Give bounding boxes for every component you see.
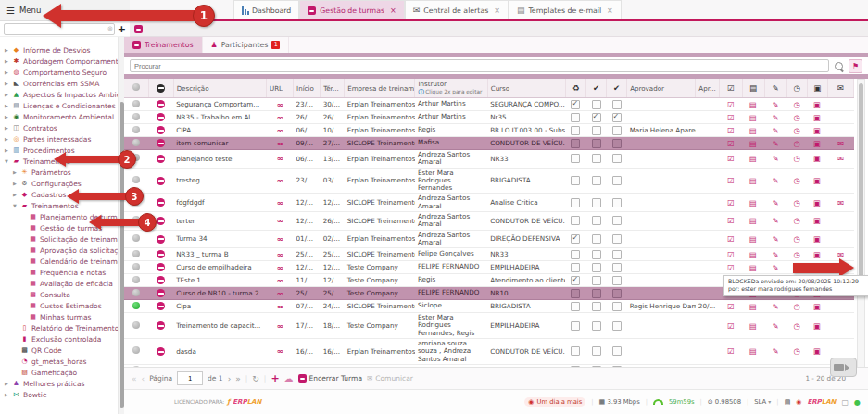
sidebar-item-contratos[interactable]: ▶◫Contratos xyxy=(0,122,118,133)
camera-recorder-icon[interactable] xyxy=(830,358,857,377)
table-row[interactable]: Segurança Comportam...∞23/...30/...Erpla… xyxy=(124,98,854,111)
no-entry-icon[interactable] xyxy=(157,263,165,271)
history-icon[interactable]: ◷ xyxy=(794,176,800,185)
col-apr[interactable]: Apr... xyxy=(696,79,720,98)
checkbox[interactable] xyxy=(612,113,622,122)
checkbox[interactable] xyxy=(571,126,580,135)
history-icon[interactable]: ◷ xyxy=(794,198,800,207)
table-row[interactable]: item comunicar∞09/...27/...SICLOPE Trein… xyxy=(124,137,854,150)
copy-icon[interactable]: ▣ xyxy=(813,154,821,163)
checkbox[interactable] xyxy=(612,154,622,163)
checkbox[interactable] xyxy=(592,176,601,185)
checkbox[interactable] xyxy=(571,234,580,244)
checkbox[interactable] xyxy=(571,276,580,285)
col-mail[interactable]: ✉ xyxy=(827,79,853,98)
search-icon[interactable] xyxy=(835,62,843,70)
link-icon[interactable]: ∞ xyxy=(276,176,283,185)
sidebar-item-gt-metas-horas[interactable]: ◔gt_metas_horas xyxy=(0,356,118,367)
link-icon[interactable]: ∞ xyxy=(276,250,283,259)
no-entry-icon[interactable] xyxy=(157,276,165,284)
col-url[interactable]: URL xyxy=(266,79,293,98)
sidebar-item-aprovacao-da-solicitacao[interactable]: ▦Aprovação da solicitação xyxy=(0,245,118,256)
checkbox[interactable] xyxy=(592,216,601,225)
no-entry-icon[interactable] xyxy=(157,177,165,185)
attachment-icon[interactable]: ✎ xyxy=(773,346,779,356)
copy-icon[interactable]: ▣ xyxy=(813,234,821,244)
subtab-participantes[interactable]: ♟Participantes1 xyxy=(203,37,290,53)
history-icon[interactable]: ◷ xyxy=(794,113,800,122)
tab-templates-de-e-mail[interactable]: ▤Templates de e-mail× xyxy=(509,0,622,19)
attachment-icon[interactable]: ✎ xyxy=(773,176,779,185)
close-icon[interactable]: × xyxy=(390,6,396,15)
attachment-icon[interactable]: ✎ xyxy=(773,139,779,148)
col-status[interactable] xyxy=(124,79,148,98)
checkbox[interactable] xyxy=(571,113,580,122)
sidebar-item-calendario-de-treinamen[interactable]: ▦Calendário de treinamen xyxy=(0,256,118,267)
attachment-icon[interactable]: ✎ xyxy=(773,321,779,331)
col-pencil[interactable]: ✎ xyxy=(764,79,786,98)
history-icon[interactable]: ◷ xyxy=(794,139,800,148)
envelope-icon[interactable]: ✉ xyxy=(837,198,844,207)
link-icon[interactable]: ∞ xyxy=(276,346,283,356)
checkbox[interactable] xyxy=(592,126,601,135)
subtab-treinamentos[interactable]: Treinamentos xyxy=(124,37,203,53)
copy-icon[interactable]: ▣ xyxy=(813,113,821,122)
extra-day-status[interactable]: ◉ Um dia a mais xyxy=(524,397,585,407)
link-icon[interactable]: ∞ xyxy=(276,139,283,148)
attachment-icon[interactable]: ✎ xyxy=(773,198,779,207)
checkbox[interactable] xyxy=(612,234,622,244)
save-icon[interactable]: ▤ xyxy=(749,234,757,244)
save-icon[interactable]: ▤ xyxy=(749,250,757,259)
history-icon[interactable]: ◷ xyxy=(794,302,800,311)
no-entry-icon[interactable] xyxy=(157,139,165,147)
no-entry-icon[interactable] xyxy=(157,347,165,356)
checkbox[interactable] xyxy=(592,198,601,207)
checkbox[interactable] xyxy=(571,139,580,148)
link-icon[interactable]: ∞ xyxy=(276,216,283,225)
history-icon[interactable]: ◷ xyxy=(794,154,800,163)
checkbox[interactable] xyxy=(571,321,580,331)
checkbox[interactable] xyxy=(592,139,601,148)
checkbox[interactable] xyxy=(612,176,622,185)
link-icon[interactable]: ∞ xyxy=(276,302,283,311)
search-input[interactable] xyxy=(130,59,829,72)
table-row[interactable]: Curso de empilhadeira∞12/...12/...Teste … xyxy=(124,261,854,274)
copy-icon[interactable]: ▣ xyxy=(813,321,821,331)
table-row[interactable]: planejando teste∞06/...13/...Erplan Trei… xyxy=(124,150,854,169)
col-c1[interactable]: ♻ xyxy=(565,79,585,98)
checkbox[interactable] xyxy=(612,346,622,356)
save-icon[interactable]: ▤ xyxy=(749,346,757,356)
no-entry-icon[interactable] xyxy=(157,250,165,258)
sidebar-item-frequencia-e-notas[interactable]: ▦Frequência e notas xyxy=(0,267,118,278)
table-scrollbar[interactable] xyxy=(857,79,865,392)
checkbox[interactable] xyxy=(571,216,580,225)
checkbox[interactable] xyxy=(592,250,601,259)
table-row[interactable]: Turma 34∞01/...02/...Erplan Treinamentos… xyxy=(124,230,854,248)
sla-dropdown[interactable]: SLA ▾ xyxy=(754,398,771,406)
save-icon[interactable]: ▤ xyxy=(749,216,757,225)
col-copy[interactable]: ▣ xyxy=(807,79,827,98)
no-entry-icon[interactable] xyxy=(157,321,165,330)
checkbox[interactable] xyxy=(571,154,580,163)
no-entry-icon[interactable] xyxy=(157,155,165,163)
clipboard-icon[interactable]: ☑ xyxy=(727,100,734,109)
save-icon[interactable]: ▤ xyxy=(749,154,757,163)
sidebar-item-licencas-e-condicionantes[interactable]: ▶▤Licenças e Condicionantes xyxy=(0,100,118,111)
checkbox[interactable] xyxy=(592,276,601,285)
history-icon[interactable]: ◷ xyxy=(794,234,800,244)
link-icon[interactable]: ∞ xyxy=(276,198,283,207)
checkbox[interactable] xyxy=(571,250,580,259)
copy-icon[interactable]: ▣ xyxy=(813,216,821,225)
copy-icon[interactable]: ▣ xyxy=(813,176,821,185)
sidebar-item-avaliacao-de-eficacia[interactable]: ▦Avaliação de eficácia xyxy=(0,278,118,289)
copy-icon[interactable]: ▣ xyxy=(813,100,821,109)
link-icon[interactable]: ∞ xyxy=(276,276,283,285)
table-row[interactable]: NR35 - Trabalho em Al...∞26/...26/...Erp… xyxy=(124,111,854,124)
link-icon[interactable]: ∞ xyxy=(276,234,283,244)
add-class-button[interactable]: + xyxy=(270,372,279,384)
history-icon[interactable]: ◷ xyxy=(794,346,800,356)
checkbox[interactable] xyxy=(612,263,622,272)
checkbox[interactable] xyxy=(571,302,580,311)
clipboard-icon[interactable]: ☑ xyxy=(727,113,734,122)
copy-icon[interactable]: ▣ xyxy=(813,126,821,135)
